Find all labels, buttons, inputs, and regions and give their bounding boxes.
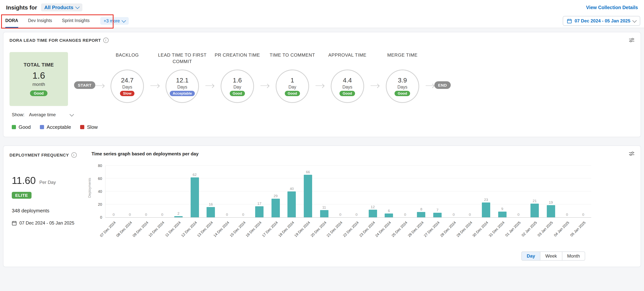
page-title: Insights for	[6, 4, 37, 11]
x-axis-label: 30 Dec 2024	[472, 220, 489, 238]
stage-badge: Good	[340, 91, 355, 96]
stage-label: APPROVAL TIME	[321, 52, 374, 70]
bar-value-label: 16	[209, 202, 213, 206]
legend-item-acceptable: Acceptable	[40, 124, 71, 130]
chart-bar-slot: 025 Dec 2024	[397, 166, 413, 217]
product-selector[interactable]: All Products	[41, 4, 82, 12]
bar-value-label: 0	[582, 212, 584, 216]
chart-bar-slot: 021 Dec 2024	[332, 166, 348, 217]
stage-label: LEAD TIME TO FIRST COMMIT	[156, 52, 208, 70]
x-axis-label: 29 Dec 2024	[456, 220, 473, 238]
calendar-icon	[12, 220, 17, 225]
y-tick-label: 20	[98, 202, 102, 206]
stage-value: 12.1	[176, 77, 188, 84]
stage-label: MERGE TIME	[376, 52, 429, 70]
y-tick-label: 0	[100, 215, 102, 219]
stage-unit: Day	[288, 85, 296, 89]
bar-value-label: 23	[484, 198, 488, 202]
stage-backlog: BACKLOG24.7DaysSlow	[104, 52, 150, 103]
chart-bar-slot: 1120 Dec 2024	[316, 166, 332, 217]
chart-subtitle: Time series graph based on deployments p…	[92, 151, 198, 157]
lead-time-flow: TOTAL TIME 1.6 month Good STARTBACKLOG24…	[10, 52, 634, 106]
chart-bar	[385, 213, 393, 217]
chart-bar-slot: 2917 Dec 2024	[268, 166, 284, 217]
lead-time-card-title: DORA LEAD TIME FOR CHANGES REPORT	[10, 38, 108, 43]
bar-value-label: 0	[566, 212, 568, 216]
stage-flow: STARTBACKLOG24.7DaysSlowLEAD TIME TO FIR…	[74, 52, 451, 106]
sliders-icon[interactable]	[629, 151, 634, 156]
toggle-week[interactable]: Week	[540, 251, 562, 261]
stage-badge: Good	[395, 91, 410, 96]
date-range-picker[interactable]: 07 Dec 2024 - 05 Jan 2025	[563, 16, 640, 26]
stage-circle: 4.4DaysGood	[331, 70, 364, 103]
stage-value: 1.6	[233, 77, 242, 84]
info-icon[interactable]	[71, 152, 76, 158]
sliders-icon[interactable]	[629, 38, 634, 43]
date-range-label: 07 Dec 2024 - 05 Jan 2025	[574, 18, 630, 24]
stage-circle: 24.7DaysSlow	[110, 70, 144, 103]
bar-value-label: 0	[226, 212, 228, 216]
toggle-day[interactable]: Day	[521, 251, 540, 261]
bar-value-label: 17	[258, 201, 262, 205]
view-collection-details-link[interactable]: View Collection Details	[586, 5, 638, 10]
deployment-date-range-text: 07 Dec 2024 - 05 Jan 2025	[19, 220, 74, 226]
chevron-down-icon	[632, 18, 637, 23]
total-time-box: TOTAL TIME 1.6 month Good	[10, 52, 68, 106]
bar-value-label: 0	[404, 212, 406, 216]
bar-value-label: 8	[420, 207, 422, 211]
info-icon[interactable]	[103, 38, 108, 43]
deployment-rate-value: 11.60	[12, 175, 36, 186]
deployment-frequency-card: DEPLOYMENT FREQUENCY Time series graph b…	[3, 146, 641, 267]
x-axis-label: 17 Dec 2024	[261, 220, 278, 238]
toggle-month[interactable]: Month	[562, 251, 585, 261]
chart-bar	[498, 211, 506, 217]
tab-sprint-insights[interactable]: Sprint Insights	[62, 14, 90, 28]
bar-value-label: 0	[112, 212, 115, 216]
x-axis-label: 31 Dec 2024	[488, 220, 505, 238]
stage-badge: Slow	[120, 91, 134, 96]
chart-bar-slot: 2102 Jan 2025	[526, 166, 542, 217]
bar-value-label: 0	[469, 212, 471, 216]
stage-circle: 1DayGood	[276, 70, 309, 103]
bar-value-label: 62	[192, 172, 196, 176]
bar-value-label: 11	[322, 205, 326, 209]
bar-value-label: 9	[501, 206, 503, 211]
insights-page: Insights for All Products View Collectio…	[0, 0, 644, 291]
chart-bar-slot: 009 Dec 2024	[138, 166, 154, 217]
end-pill: END	[434, 81, 451, 89]
x-axis-label: 20 Dec 2024	[310, 220, 327, 238]
more-tabs-button[interactable]: +3 more	[100, 17, 128, 25]
stage-badge: Acceptable	[170, 91, 195, 96]
y-tick-label: 60	[98, 176, 102, 181]
flow-arrow	[150, 86, 159, 86]
chart-bar	[546, 205, 555, 217]
deployment-rate-unit: Per Day	[39, 180, 56, 185]
chart-bar-slot: 6212 Dec 2024	[186, 166, 202, 217]
tab-dora[interactable]: DORA	[5, 14, 18, 28]
stage-time-to-comment: TIME TO COMMENT1DayGood	[269, 52, 316, 103]
stage-badge: Good	[230, 91, 245, 96]
x-axis-label: 22 Dec 2024	[342, 220, 360, 238]
chevron-down-icon	[122, 18, 126, 23]
x-axis-label: 10 Dec 2024	[148, 220, 165, 238]
legend-swatch	[12, 125, 16, 129]
stage-unit: Days	[122, 85, 132, 89]
deployment-date-range: 07 Dec 2024 - 05 Jan 2025	[12, 220, 86, 226]
chart-bar-slot: 015 Dec 2024	[235, 166, 251, 217]
stage-value: 4.4	[343, 77, 352, 84]
show-label: Show:	[12, 112, 24, 117]
x-axis-label: 11 Dec 2024	[164, 220, 182, 238]
chart-bar-slot: 005 Jan 2025	[575, 166, 591, 217]
lead-time-card: DORA LEAD TIME FOR CHANGES REPORT TOTAL …	[3, 32, 641, 137]
bar-value-label: 21	[532, 199, 536, 203]
stage-circle: 3.9DaysGood	[386, 70, 419, 103]
bar-value-label: 0	[517, 212, 520, 216]
chart-bar-slot: 008 Dec 2024	[122, 166, 138, 217]
total-time-label: TOTAL TIME	[24, 62, 54, 68]
tab-dev-insights[interactable]: Dev Insights	[28, 14, 52, 28]
x-axis-label: 09 Dec 2024	[132, 220, 149, 238]
stage-unit: Days	[177, 85, 187, 89]
show-metric-dropdown[interactable]: Show: Average time	[12, 112, 73, 117]
bar-value-label: 40	[290, 186, 294, 191]
x-axis-label: 03 Jan 2025	[537, 220, 554, 237]
